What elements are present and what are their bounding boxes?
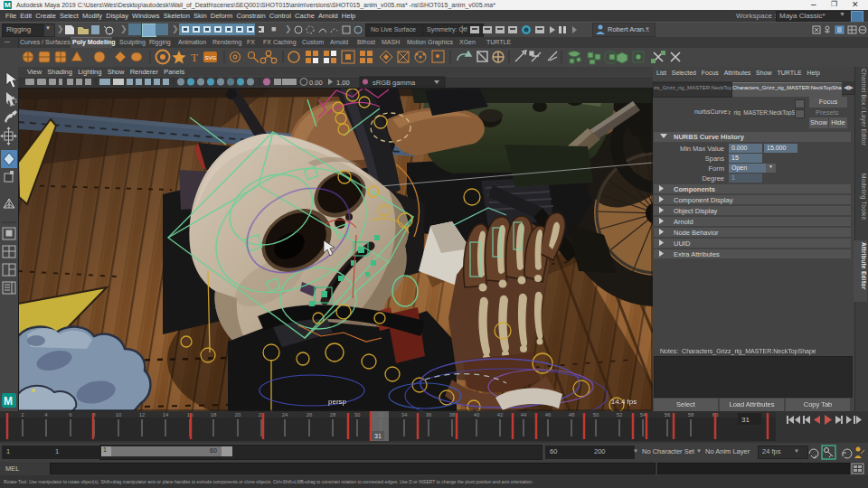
svg-text:18: 18: [211, 412, 217, 418]
svg-text:46: 46: [545, 412, 552, 418]
svg-text:38: 38: [449, 412, 456, 418]
svg-text:58: 58: [688, 412, 694, 418]
svg-text:44: 44: [521, 412, 527, 418]
svg-text:10: 10: [116, 412, 122, 418]
svg-text:sRGB gamma: sRGB gamma: [373, 79, 416, 87]
svg-text:T: T: [191, 51, 198, 64]
svg-text:52: 52: [617, 412, 623, 418]
svg-text:M: M: [4, 395, 13, 408]
svg-text:40: 40: [474, 412, 480, 418]
svg-text:persp: persp: [328, 398, 347, 406]
svg-text:SVG: SVG: [205, 55, 217, 61]
svg-text:31: 31: [741, 416, 750, 424]
svg-text:14.4 fps: 14.4 fps: [611, 398, 637, 406]
svg-text:26: 26: [307, 412, 313, 418]
svg-text:24: 24: [282, 412, 288, 418]
svg-text:20: 20: [235, 412, 241, 418]
svg-text:34: 34: [401, 412, 408, 418]
svg-text:42: 42: [497, 412, 504, 418]
svg-text:0.00: 0.00: [309, 79, 323, 87]
svg-text:30: 30: [354, 412, 361, 418]
svg-text:14: 14: [163, 412, 169, 418]
svg-text:48: 48: [569, 412, 575, 418]
svg-text:28: 28: [330, 412, 336, 418]
svg-text:12: 12: [139, 412, 146, 418]
svg-text:36: 36: [426, 412, 432, 418]
svg-text:50: 50: [593, 412, 599, 418]
svg-text:31: 31: [374, 433, 382, 439]
svg-text:1.00: 1.00: [336, 79, 350, 87]
svg-text:56: 56: [665, 412, 671, 418]
